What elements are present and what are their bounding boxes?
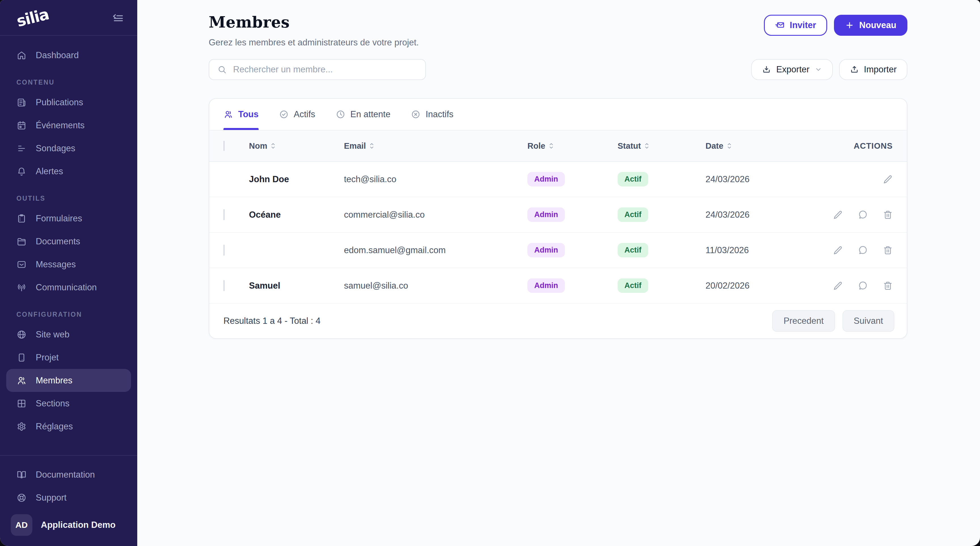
- sidebar-group-contenu: CONTENU: [6, 67, 131, 91]
- tab-inactifs[interactable]: Inactifs: [411, 99, 453, 130]
- sidebar-item-sondages[interactable]: Sondages: [6, 137, 131, 160]
- row-checkbox[interactable]: [223, 280, 224, 291]
- sidebar-item-communication[interactable]: Communication: [6, 276, 131, 299]
- sort-icon: [726, 142, 732, 150]
- row-actions: [833, 210, 892, 220]
- export-button[interactable]: Exporter: [751, 59, 832, 80]
- status-badge: Actif: [617, 208, 648, 222]
- sidebar-item-messages[interactable]: Messages: [6, 253, 131, 276]
- sidebar-item-publications[interactable]: Publications: [6, 91, 131, 114]
- sidebar-item-site-web[interactable]: Site web: [6, 323, 131, 346]
- gear-icon: [16, 421, 27, 432]
- sidebar-item-formulaires[interactable]: Formulaires: [6, 207, 131, 230]
- status-badge: Actif: [617, 243, 648, 257]
- delete-icon[interactable]: [883, 281, 892, 291]
- home-icon: [16, 50, 27, 61]
- search-icon: [217, 65, 227, 74]
- comment-icon[interactable]: [858, 246, 868, 255]
- toolbar-right: Exporter Importer: [751, 59, 907, 80]
- column-header-statut[interactable]: Statut: [617, 141, 705, 151]
- sidebar-item-label: Documentation: [36, 470, 95, 480]
- column-label: Role: [527, 141, 545, 151]
- app-window: silia Dashboard CONTENU Publications: [0, 0, 980, 546]
- sidebar-item-sections[interactable]: Sections: [6, 392, 131, 415]
- row-checkbox[interactable]: [223, 209, 224, 220]
- edit-icon[interactable]: [833, 281, 843, 291]
- sidebar-item-support[interactable]: Support: [6, 486, 131, 509]
- member-name: Océane: [249, 210, 344, 220]
- sidebar-item-label: Sondages: [36, 143, 75, 153]
- sidebar-item-dashboard[interactable]: Dashboard: [6, 44, 131, 67]
- app-logo: silia: [15, 5, 51, 30]
- status-badge: Actif: [617, 278, 648, 293]
- sort-icon: [644, 142, 650, 150]
- tab-tous[interactable]: Tous: [223, 99, 259, 130]
- sidebar-item-documents[interactable]: Documents: [6, 230, 131, 253]
- edit-icon[interactable]: [833, 246, 843, 255]
- table-row: edom.samuel@gmail.com Admin Actif 11/03/…: [209, 233, 907, 268]
- sort-icon: [548, 142, 554, 150]
- user-name: Application Demo: [41, 520, 116, 530]
- comment-icon[interactable]: [858, 281, 868, 291]
- role-badge: Admin: [527, 208, 565, 222]
- send-mail-icon: [775, 21, 784, 30]
- previous-page-button[interactable]: Precedent: [772, 310, 835, 332]
- envelope-icon: [16, 259, 27, 270]
- results-summary: Resultats 1 a 4 - Total : 4: [223, 316, 320, 326]
- edit-icon[interactable]: [883, 174, 892, 184]
- tab-label: Inactifs: [426, 109, 453, 120]
- sidebar-item-label: Événements: [36, 120, 84, 131]
- folder-icon: [16, 236, 27, 247]
- column-header-email[interactable]: Email: [344, 141, 527, 151]
- row-actions: [883, 174, 892, 184]
- role-badge: Admin: [527, 172, 565, 187]
- delete-icon[interactable]: [883, 246, 892, 255]
- sidebar-group-outils: OUTILS: [6, 183, 131, 207]
- user-menu[interactable]: AD Application Demo: [6, 509, 131, 543]
- sidebar-item-projet[interactable]: Projet: [6, 346, 131, 369]
- invite-button[interactable]: Inviter: [764, 15, 827, 36]
- status-badge: Actif: [617, 172, 648, 187]
- tab-actifs[interactable]: Actifs: [279, 99, 315, 130]
- select-all-checkbox[interactable]: [223, 141, 224, 151]
- sidebar-collapse-button[interactable]: [112, 11, 124, 24]
- row-checkbox-cell: [223, 245, 249, 255]
- bell-icon: [16, 166, 27, 177]
- import-button[interactable]: Importer: [839, 59, 907, 80]
- column-header-actions: ACTIONS: [854, 141, 893, 151]
- row-checkbox[interactable]: [223, 244, 224, 256]
- column-label: Email: [344, 141, 366, 151]
- sort-icon: [369, 142, 375, 150]
- delete-icon[interactable]: [883, 210, 892, 220]
- edit-icon[interactable]: [833, 210, 843, 220]
- toolbar: Exporter Importer: [209, 59, 907, 80]
- sidebar-item-evenements[interactable]: Événements: [6, 114, 131, 137]
- pagination: Precedent Suivant: [772, 310, 894, 332]
- column-label: Nom: [249, 141, 267, 151]
- next-page-button[interactable]: Suivant: [842, 310, 894, 332]
- search-input[interactable]: [233, 64, 417, 75]
- sidebar-item-documentation[interactable]: Documentation: [6, 463, 131, 486]
- column-header-nom[interactable]: Nom: [249, 141, 344, 151]
- sidebar-item-membres[interactable]: Membres: [6, 369, 131, 392]
- column-header-role[interactable]: Role: [527, 141, 617, 151]
- row-checkbox-cell: [223, 210, 249, 220]
- sidebar-item-reglages[interactable]: Réglages: [6, 415, 131, 438]
- calendar-icon: [16, 120, 27, 131]
- header-checkbox-cell: [223, 141, 249, 151]
- member-email: edom.samuel@gmail.com: [344, 245, 527, 255]
- column-header-date[interactable]: Date: [705, 141, 827, 151]
- sidebar-item-label: Site web: [36, 329, 70, 340]
- new-button[interactable]: Nouveau: [834, 15, 907, 36]
- tab-en-attente[interactable]: En attente: [336, 99, 390, 130]
- table-row: Océane commercial@silia.co Admin Actif 2…: [209, 197, 907, 233]
- sidebar-item-alertes[interactable]: Alertes: [6, 160, 131, 183]
- sidebar-nav: Dashboard CONTENU Publications Événement…: [0, 36, 137, 455]
- new-label: Nouveau: [859, 20, 896, 30]
- sidebar-item-label: Documents: [36, 236, 80, 247]
- tab-label: En attente: [350, 109, 390, 120]
- grid-icon: [16, 398, 27, 409]
- users-icon: [16, 375, 27, 386]
- column-label: Date: [705, 141, 723, 151]
- comment-icon[interactable]: [858, 210, 868, 220]
